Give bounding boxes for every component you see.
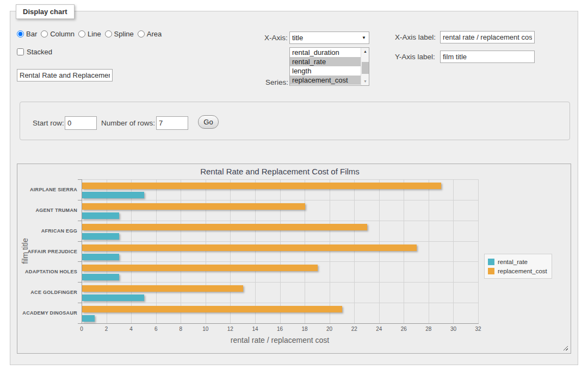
gridline [82, 200, 478, 200]
series-multiselect[interactable]: ▲ ▼ rental_durationrental_ratelengthrepl… [289, 47, 369, 86]
x-tick-label: 6 [148, 326, 164, 332]
y-tick-mark [78, 200, 82, 200]
chart-type-radio-column[interactable] [41, 30, 48, 37]
display-chart-panel: Display chart BarColumnLineSplineArea St… [10, 11, 578, 365]
y-tick-mark [78, 241, 82, 242]
x-tick-label: 28 [420, 326, 437, 332]
category-label: AFRICAN EGG [17, 228, 77, 234]
scroll-down-icon[interactable]: ▼ [361, 78, 369, 85]
bar-rental_rate [82, 192, 144, 198]
x-tick-label: 18 [296, 326, 313, 332]
category-label: AIRPLANE SIERRA [17, 187, 77, 192]
chart-type-option-column[interactable]: Column [41, 30, 75, 38]
chart-type-radio-bar[interactable] [17, 30, 24, 37]
chart-type-radio-group: BarColumnLineSplineArea [17, 30, 162, 38]
series-option-rental_duration[interactable]: rental_duration [290, 48, 361, 57]
x-tick-label: 10 [197, 326, 214, 332]
chart-type-option-bar[interactable]: Bar [17, 30, 37, 38]
series-option-rental_rate[interactable]: rental_rate [290, 57, 361, 66]
gridline [107, 179, 107, 323]
scrollbar-thumb[interactable] [362, 62, 369, 74]
x-tick-label: 20 [321, 326, 338, 332]
legend-swatch [488, 268, 494, 274]
x-tick-label: 24 [371, 326, 387, 332]
start-row-label: Start row: [33, 119, 64, 127]
gridline [131, 179, 132, 323]
x-axis-selected-value: title [292, 34, 303, 42]
gridline [206, 179, 206, 323]
y-tick-mark [78, 303, 82, 303]
gridline [429, 179, 429, 323]
chart-type-option-area[interactable]: Area [138, 30, 162, 38]
x-tick-label: 4 [123, 326, 139, 332]
y-tick-mark [78, 221, 82, 221]
chart-type-option-line[interactable]: Line [78, 30, 101, 38]
x-axis-label-field-label: X-Axis label: [395, 33, 436, 41]
y-axis-line [82, 179, 82, 324]
legend-label: replacement_cost [498, 268, 547, 274]
chart-type-radio-spline[interactable] [105, 30, 112, 37]
gridline [82, 261, 478, 262]
gridline [181, 179, 181, 323]
gridline [82, 179, 478, 180]
x-tick-label: 22 [346, 326, 362, 332]
chart-type-radio-area[interactable] [138, 30, 145, 37]
legend-item-replacement_cost[interactable]: replacement_cost [488, 266, 547, 275]
chevron-down-icon: ▼ [362, 32, 366, 43]
category-label: ADAPTATION HOLES [17, 269, 77, 274]
gridline [82, 282, 478, 283]
bar-replacement_cost [82, 306, 342, 312]
row-range-panel: Start row: Number of rows: Go [20, 102, 570, 140]
x-tick-label: 14 [247, 326, 263, 332]
x-axis-line [82, 323, 479, 324]
chart-area: Rental Rate and Replacement Cost of Film… [17, 164, 571, 354]
legend-item-rental_rate[interactable]: rental_rate [488, 257, 547, 266]
series-option-length[interactable]: length [290, 66, 361, 76]
chart-type-radio-line[interactable] [78, 30, 85, 37]
gridline [280, 179, 281, 323]
legend-swatch [488, 259, 494, 265]
y-tick-mark [78, 323, 82, 324]
x-axis-title: rental rate / replacement cost [82, 336, 478, 344]
y-tick-mark [78, 179, 82, 180]
stacked-checkbox[interactable] [17, 48, 24, 55]
gridline [305, 179, 305, 323]
bar-rental_rate [82, 233, 119, 240]
y-axis-label-input[interactable] [440, 51, 535, 63]
chart-title-input[interactable] [17, 69, 113, 81]
number-of-rows-input[interactable] [156, 116, 188, 130]
gridline [404, 179, 404, 323]
resize-handle-icon[interactable] [562, 345, 568, 350]
chart-type-option-label: Area [147, 30, 162, 38]
x-tick-label: 26 [395, 326, 412, 332]
bar-replacement_cost [82, 285, 243, 292]
x-axis-select[interactable]: title ▼ [289, 32, 369, 44]
go-button[interactable]: Go [198, 115, 219, 129]
chart-type-option-label: Column [50, 30, 75, 38]
chart-type-option-label: Bar [26, 30, 37, 38]
series-option-replacement_cost[interactable]: replacement_cost [290, 76, 361, 85]
x-tick-label: 0 [73, 326, 90, 332]
bar-rental_rate [82, 212, 119, 219]
listbox-scrollbar[interactable]: ▲ ▼ [361, 48, 369, 85]
bar-rental_rate [82, 254, 119, 260]
chart-type-option-spline[interactable]: Spline [105, 30, 134, 38]
bar-replacement_cost [82, 203, 305, 210]
x-tick-label: 32 [470, 326, 486, 332]
x-tick-label: 2 [98, 326, 115, 332]
category-label: AGENT TRUMAN [17, 208, 77, 213]
gridline [453, 179, 454, 323]
category-label: AFFAIR PREJUDICE [17, 249, 77, 254]
scroll-up-icon[interactable]: ▲ [361, 48, 369, 55]
gridline [478, 179, 479, 323]
x-axis-select-label: X-Axis: [264, 34, 288, 42]
y-tick-mark [78, 282, 82, 283]
x-axis-label-input[interactable] [440, 31, 535, 43]
gridline [379, 179, 380, 323]
gridline [82, 241, 478, 242]
number-of-rows-label: Number of rows: [101, 119, 155, 127]
start-row-input[interactable] [65, 116, 97, 130]
chart-legend: rental_ratereplacement_cost [484, 254, 552, 279]
bar-replacement_cost [82, 244, 417, 251]
bar-replacement_cost [82, 265, 318, 271]
